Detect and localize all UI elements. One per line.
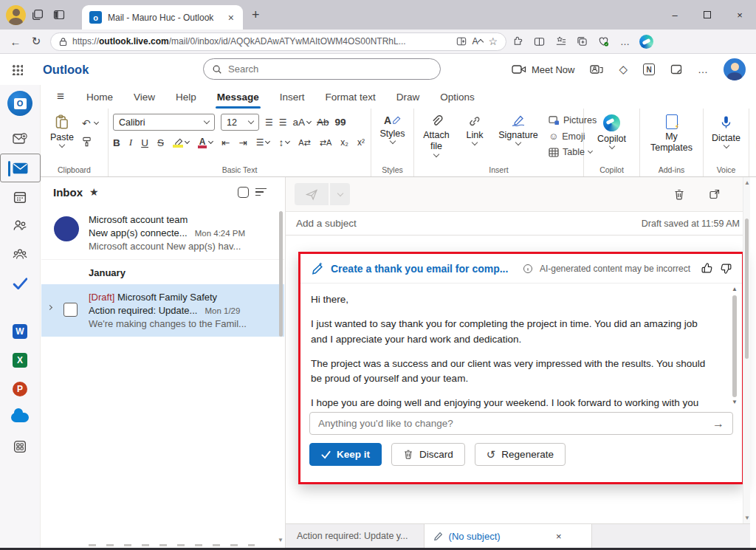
quote-icon[interactable]: 99 [335,117,346,128]
subject-placeholder[interactable]: Add a subject [296,218,357,229]
scroll-down-icon[interactable]: ▼ [744,515,750,521]
card-scroll-down-icon[interactable]: ▼ [732,398,738,407]
teams-icon[interactable] [590,63,603,75]
rail-groups-icon[interactable] [0,240,41,269]
tab-help[interactable]: Help [165,85,207,109]
address-bar[interactable]: https://outlook.live.com/mail/0/inbox/id… [50,32,506,51]
tab-view[interactable]: View [123,85,165,109]
draft-tab-inactive[interactable]: Action required: Update y... [286,524,419,548]
tab-draw[interactable]: Draw [386,85,430,109]
new-tab-button[interactable]: + [252,7,260,23]
list-scrollbar-thumb[interactable] [279,211,283,337]
keep-it-button[interactable]: Keep it [309,443,382,466]
filter-icon[interactable] [255,188,267,196]
folder-title[interactable]: Inbox [53,186,83,199]
outlook-badge-icon[interactable]: O [7,91,32,116]
expand-conversation-icon[interactable] [47,305,52,310]
hamburger-icon[interactable]: ≡ [57,89,64,104]
subscript-icon[interactable]: x₂ [340,137,348,148]
paste-button[interactable]: Paste [45,114,79,148]
generated-draft-body[interactable]: Hi there, I just wanted to say thank you… [300,283,742,408]
account-avatar[interactable] [724,58,746,80]
copilot-button[interactable]: Copilot [588,114,635,149]
browser-profile-avatar[interactable] [6,5,26,25]
signature-button[interactable]: Signature [495,114,541,145]
line-spacing-icon[interactable]: ↕ [278,137,289,148]
favorite-folder-icon[interactable]: ★ [89,186,99,198]
onenote-icon[interactable]: N [643,63,655,75]
dictate-button[interactable]: Dictate [708,114,744,148]
highlight-icon[interactable] [173,138,189,148]
tab-format-text[interactable]: Format text [315,85,386,109]
regenerate-button[interactable]: ↺ Regenerate [475,443,566,466]
send-options-chevron[interactable] [330,183,350,205]
clear-format-icon[interactable]: Ab [317,117,329,128]
change-case-icon[interactable]: aA [293,117,312,128]
scroll-up-icon[interactable]: ▲ [744,179,750,186]
bullet-list-icon[interactable]: ☰ [265,117,273,128]
rail-more-apps-icon[interactable] [0,432,41,461]
favorite-star-icon[interactable]: ☆ [488,35,498,47]
superscript-icon[interactable]: x² [357,137,365,148]
meet-now-button[interactable]: Meet Now [512,64,575,75]
styles-button[interactable]: A Styles [376,114,409,144]
read-aloud-icon[interactable]: A [472,36,483,47]
font-color-icon[interactable]: A [198,137,213,148]
format-painter-icon[interactable] [82,137,98,147]
app-launcher-icon[interactable] [12,64,23,75]
split-screen-icon[interactable] [529,36,549,47]
close-draft-tab-icon[interactable]: × [556,531,562,542]
minimize-button[interactable]: – [659,0,691,30]
thumbs-up-icon[interactable] [701,262,713,275]
rail-powerpoint-icon[interactable]: P [0,374,41,403]
rail-onedrive-icon[interactable] [0,403,41,432]
link-button[interactable]: Link [461,114,488,145]
rail-excel-icon[interactable]: X [0,346,41,374]
toolbar-more-icon[interactable]: … [615,36,635,47]
rail-mail-icon[interactable] [0,154,41,182]
extensions-icon[interactable] [508,36,528,47]
bold-icon[interactable]: B [113,137,120,148]
mail-list-item-selected[interactable]: [Draft] Microsoft Family Safety Action r… [41,284,284,337]
ltr-icon[interactable]: A⇄ [298,138,311,148]
rail-people-icon[interactable] [0,211,41,240]
open-in-new-window-icon[interactable] [709,188,721,200]
card-scrollbar-thumb[interactable] [732,295,737,397]
copilot-prompt-title[interactable]: Create a thank you email for comp... [331,263,508,275]
header-more-icon[interactable]: … [698,63,708,75]
card-scroll-up-icon[interactable]: ▲ [732,285,738,294]
italic-icon[interactable]: I [129,137,133,148]
indent-icon[interactable]: ⇥ [238,137,247,148]
tab-insert[interactable]: Insert [269,85,315,109]
split-window-icon[interactable] [456,36,467,47]
maximize-button[interactable] [691,0,724,30]
draft-tab-active[interactable]: (No subject) × [424,524,592,548]
attach-file-button[interactable]: Attach file [419,114,454,157]
delete-draft-icon[interactable] [673,188,685,201]
copilot-refine-input[interactable] [318,418,707,429]
discard-button[interactable]: Discard [391,443,465,466]
rail-calendar-icon[interactable] [0,182,41,211]
search-box[interactable] [203,58,441,80]
send-button[interactable] [295,183,329,205]
tab-options[interactable]: Options [430,85,485,109]
font-name-select[interactable]: Calibri [113,114,215,131]
edge-copilot-icon[interactable] [636,35,656,49]
outdent-icon[interactable]: ⇤ [221,137,230,148]
outlook-wordmark[interactable]: Outlook [43,63,89,77]
tab-groups-icon[interactable] [572,36,592,47]
align-icon[interactable]: ☰ [256,137,270,148]
my-templates-button[interactable]: My Templates [645,114,698,154]
new-outlook-icon[interactable] [0,125,41,154]
font-size-select[interactable]: 12 [221,114,259,131]
subject-row[interactable]: Add a subject Draft saved at 11:59 AM [286,211,750,236]
notes-icon[interactable] [670,63,682,75]
rail-word-icon[interactable]: W [0,317,41,346]
back-button[interactable]: ← [6,35,25,48]
search-input[interactable] [228,63,432,75]
numbered-list-icon[interactable]: ☰ [279,117,287,128]
compose-scrollbar[interactable]: ▲ ▼ [743,177,750,523]
close-window-button[interactable]: × [724,0,756,30]
mail-list-item[interactable]: Microsoft account team New app(s) connec… [41,207,284,260]
select-messages-icon[interactable] [238,187,249,198]
